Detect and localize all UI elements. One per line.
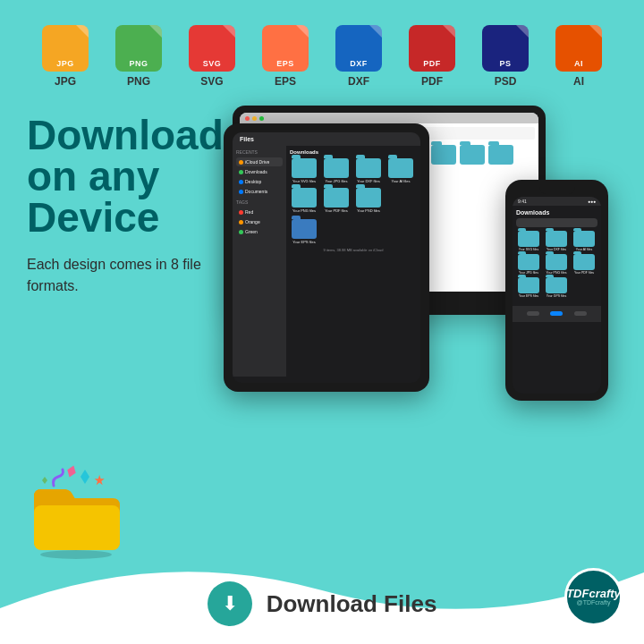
list-item: Your GPS files bbox=[544, 277, 569, 298]
dot-red bbox=[245, 116, 250, 121]
file-icon-svg: SVG SVG bbox=[180, 25, 244, 88]
svg-point-0 bbox=[40, 550, 112, 559]
pdf-icon-img: PDF bbox=[409, 25, 455, 72]
download-label: Download Files bbox=[267, 590, 437, 618]
main-content: Download on any Device Each design comes… bbox=[0, 97, 644, 419]
phone-search-bar bbox=[516, 218, 597, 227]
list-item: Your EPS files bbox=[516, 277, 541, 298]
list-item: Your JPG files bbox=[516, 254, 541, 275]
list-item: Your PSD files bbox=[354, 188, 383, 214]
svg-marker-2 bbox=[80, 470, 89, 484]
svg-marker-3 bbox=[65, 464, 78, 479]
folder-illustration bbox=[27, 461, 125, 559]
phone-notch bbox=[539, 187, 575, 194]
list-item: Your SVG files bbox=[290, 158, 318, 184]
brand-name: TDFcrafty bbox=[566, 588, 621, 599]
file-icon-jpg: JPG JPG bbox=[33, 25, 97, 88]
brand-badge: TDFcrafty @TDFcrafty bbox=[564, 568, 623, 626]
phone-files-grid: Your SVG files Your DXF files Your AI fi… bbox=[516, 231, 597, 299]
svg-icon-img: SVG bbox=[189, 25, 235, 72]
list-item: Your AI files bbox=[572, 231, 597, 251]
list-item: Your PDF files bbox=[572, 254, 597, 275]
list-item: Your PNG files bbox=[290, 188, 318, 214]
svg-marker-4 bbox=[95, 475, 105, 485]
phone-status-bar: 9:41 ●●● bbox=[513, 197, 601, 206]
tablet-downloads-title: Downloads bbox=[290, 149, 417, 155]
list-item: Your JPG files bbox=[322, 158, 351, 184]
ai-icon-img: Ai bbox=[555, 25, 602, 72]
psd-icon-img: Ps bbox=[482, 25, 529, 72]
file-icon-psd: Ps PSD bbox=[473, 25, 538, 88]
file-icon-png: PNG PNG bbox=[106, 25, 171, 88]
file-icon-dxf: DXF DXF bbox=[326, 25, 391, 88]
phone-mockup: 9:41 ●●● Downloads Your SVG files Your D… bbox=[505, 180, 608, 401]
list-item: Your DXF files bbox=[544, 231, 569, 251]
png-icon-img: PNG bbox=[115, 25, 162, 72]
download-arrow-icon: ⬇ bbox=[222, 594, 238, 614]
tablet-mockup: Files Recents iCloud Drive Downloads bbox=[224, 123, 429, 392]
list-item: Your SVG files bbox=[516, 231, 541, 251]
tablet-sidebar: Recents iCloud Drive Downloads Desktop bbox=[233, 146, 286, 377]
devices-area: Files Recents iCloud Drive Downloads bbox=[233, 106, 617, 419]
svg-rect-1 bbox=[34, 505, 120, 550]
eps-icon-img: EPS bbox=[262, 25, 309, 72]
file-icon-pdf: PDF PDF bbox=[400, 25, 464, 88]
dot-green bbox=[259, 116, 264, 121]
list-item: Your DXF files bbox=[354, 158, 383, 184]
tablet-layout: Recents iCloud Drive Downloads Desktop bbox=[233, 146, 420, 377]
download-icon-circle: ⬇ bbox=[208, 581, 252, 626]
headline: Download on any Device bbox=[27, 114, 233, 238]
download-section: ⬇ Download Files bbox=[0, 581, 644, 626]
jpg-icon-img: JPG bbox=[42, 25, 89, 72]
tablet-screen: Files Recents iCloud Drive Downloads bbox=[233, 132, 420, 383]
left-text-area: Download on any Device Each design comes… bbox=[27, 106, 233, 419]
tablet-main: Downloads Your SVG files Your JPG files bbox=[286, 146, 420, 377]
file-icon-ai: Ai AI bbox=[547, 25, 611, 88]
list-item: Your PNG files bbox=[544, 254, 569, 275]
phone-downloads-title: Downloads bbox=[516, 209, 597, 216]
subtext: Each design comes in 8 file formats. bbox=[27, 254, 233, 297]
list-item: Your AI files bbox=[386, 158, 415, 184]
tablet-topbar: Files bbox=[233, 132, 420, 146]
svg-marker-5 bbox=[42, 477, 47, 484]
phone-screen: 9:41 ●●● Downloads Your SVG files Your D… bbox=[513, 197, 601, 394]
list-item: Your EPS files bbox=[290, 219, 318, 245]
monitor-topbar bbox=[240, 113, 538, 123]
tablet-status: 9 items, 38.98 MB available on iCloud bbox=[290, 248, 417, 252]
tablet-files-title: Files bbox=[240, 136, 254, 142]
phone-nav-bar bbox=[513, 306, 601, 322]
dot-yellow bbox=[252, 116, 257, 121]
file-formats-row: JPG JPG PNG PNG SVG SVG EPS EPS DXF DXF … bbox=[0, 0, 644, 97]
phone-section: Downloads Your SVG files Your DXF files bbox=[513, 206, 601, 306]
file-icon-eps: EPS EPS bbox=[253, 25, 318, 88]
brand-handle: @TDFcrafty bbox=[577, 599, 611, 606]
dxf-icon-img: DXF bbox=[335, 25, 382, 72]
tablet-files-grid: Your SVG files Your JPG files Your DXF f… bbox=[290, 158, 417, 214]
list-item: Your PDF files bbox=[322, 188, 351, 214]
